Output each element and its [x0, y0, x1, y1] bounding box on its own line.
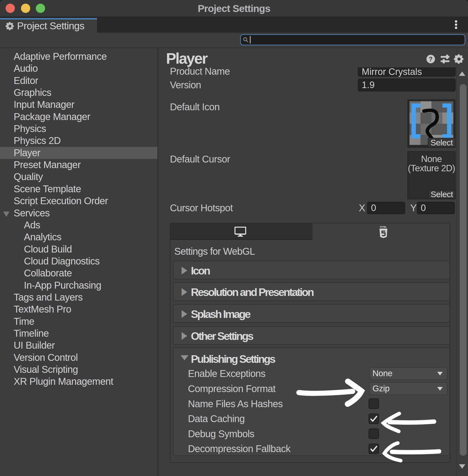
svg-text:HTML: HTML — [380, 225, 387, 228]
svg-text:?: ? — [429, 56, 432, 62]
